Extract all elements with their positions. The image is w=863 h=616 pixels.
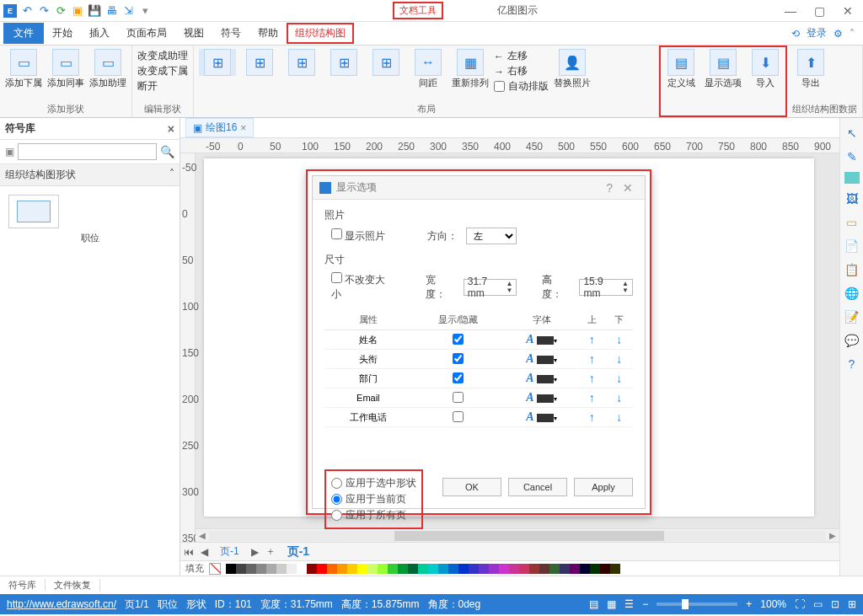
page-tab-small[interactable]: 页-1	[212, 543, 248, 560]
color-swatch[interactable]	[537, 336, 554, 345]
import-button[interactable]: ⬇导入	[747, 49, 784, 88]
color-swatch[interactable]	[537, 394, 554, 403]
category-label[interactable]: 组织结构图形状	[5, 168, 76, 182]
color-swatch[interactable]	[438, 564, 448, 574]
theme-tool-icon[interactable]	[844, 172, 860, 184]
color-swatch[interactable]	[226, 564, 236, 574]
refresh-icon[interactable]: ⟳	[54, 4, 67, 18]
grid-view-icon[interactable]: ⊞	[848, 598, 856, 610]
search-icon[interactable]: 🔍	[160, 145, 174, 158]
file-tab[interactable]: 文件	[3, 23, 44, 44]
spacing-button[interactable]: ↔间距	[410, 49, 447, 88]
color-swatch[interactable]	[479, 564, 489, 574]
qat-dropdown-icon[interactable]: ▾	[138, 4, 152, 18]
tab-org-chart[interactable]: 组织结构图	[287, 23, 354, 44]
share-icon[interactable]: ⟲	[791, 28, 800, 40]
color-swatch[interactable]	[580, 564, 590, 574]
tab-view[interactable]: 视图	[175, 26, 212, 40]
fit-width-icon[interactable]: ▭	[813, 598, 823, 610]
prev-page-icon[interactable]: ◀	[197, 546, 212, 558]
zoom-in-icon[interactable]: +	[746, 598, 752, 610]
color-swatch[interactable]	[537, 375, 554, 383]
color-swatch[interactable]	[236, 564, 246, 574]
color-swatch[interactable]	[317, 564, 327, 574]
color-swatch[interactable]	[398, 564, 408, 574]
add-page-icon[interactable]: ＋	[262, 544, 279, 559]
color-swatch[interactable]	[307, 564, 317, 574]
view-mode-2-icon[interactable]: ▦	[607, 598, 616, 610]
font-icon[interactable]: A	[526, 372, 533, 384]
add-assistant-button[interactable]: ▭添加助理	[89, 49, 126, 88]
minimize-icon[interactable]: —	[779, 4, 802, 18]
color-swatch[interactable]	[266, 564, 276, 574]
color-swatch[interactable]	[367, 564, 378, 574]
color-swatch[interactable]	[246, 564, 256, 574]
change-to-assistant-button[interactable]: 改变成助理	[137, 49, 188, 63]
move-up-icon[interactable]: ↑	[589, 372, 595, 385]
show-hide-checkbox[interactable]	[453, 372, 464, 383]
close-window-icon[interactable]: ✕	[836, 4, 860, 18]
apply-button[interactable]: Apply	[574, 478, 633, 496]
move-down-icon[interactable]: ↓	[616, 333, 622, 346]
color-swatch[interactable]	[570, 564, 580, 574]
undo-icon[interactable]: ↶	[20, 4, 34, 18]
move-up-icon[interactable]: ↑	[589, 410, 595, 424]
font-icon[interactable]: A	[526, 352, 533, 365]
define-fields-button[interactable]: ▤定义域	[662, 49, 700, 88]
print-icon[interactable]: 🖶	[105, 4, 118, 18]
apply-selected-radio[interactable]: 应用于选中形状	[331, 476, 416, 490]
move-up-icon[interactable]: ↑	[589, 333, 595, 346]
close-doc-icon[interactable]: ×	[240, 122, 246, 134]
color-swatch[interactable]	[499, 564, 509, 574]
page-tool-icon[interactable]: 📄	[844, 238, 860, 254]
fullscreen-icon[interactable]: ⊡	[831, 598, 839, 610]
zoom-out-icon[interactable]: −	[642, 598, 648, 610]
cancel-button[interactable]: Cancel	[508, 478, 567, 496]
library-icon[interactable]: ▣	[5, 146, 14, 158]
color-swatch[interactable]	[388, 564, 398, 574]
doc-tools-tab[interactable]: 文档工具	[393, 2, 443, 19]
color-swatch[interactable]	[428, 564, 438, 574]
color-swatch[interactable]	[610, 564, 620, 574]
show-hide-checkbox[interactable]	[453, 392, 464, 403]
scroll-left-icon[interactable]: ◀	[196, 531, 209, 540]
help-tool-icon[interactable]: ?	[844, 356, 860, 372]
shape-thumbnail[interactable]	[8, 195, 59, 228]
direction-select[interactable]: 左	[466, 228, 517, 244]
close-panel-icon[interactable]: ×	[168, 122, 174, 136]
pencil-tool-icon[interactable]: ✎	[844, 148, 860, 165]
auto-layout-checkbox[interactable]: 自动排版	[494, 79, 549, 94]
rearrange-button[interactable]: ▦重新排列	[452, 49, 489, 88]
move-right-button[interactable]: → 右移	[494, 64, 549, 78]
pointer-tool-icon[interactable]: ↖	[844, 125, 860, 142]
color-swatch[interactable]	[469, 564, 479, 574]
ok-button[interactable]: OK	[442, 478, 501, 496]
first-page-icon[interactable]: ⏮	[180, 546, 197, 558]
color-swatch[interactable]	[448, 564, 458, 574]
height-input[interactable]: 15.9 mm▲▼	[579, 279, 633, 296]
color-swatch[interactable]	[537, 356, 554, 364]
move-left-button[interactable]: ← 左移	[494, 49, 549, 63]
color-swatch[interactable]	[378, 564, 388, 574]
layout-preset-4[interactable]: ⊞	[325, 49, 362, 76]
layout-preset-3[interactable]: ⊞	[283, 49, 320, 76]
comment-tool-icon[interactable]: 💬	[844, 332, 860, 349]
layout-preset-5[interactable]: ⊞	[367, 49, 405, 76]
export-button[interactable]: ⬆导出	[792, 49, 829, 88]
view-mode-3-icon[interactable]: ☰	[624, 598, 634, 610]
save-cloud-icon[interactable]: ▣	[71, 4, 84, 18]
redo-icon[interactable]: ↷	[37, 4, 51, 18]
change-to-subordinate-button[interactable]: 改变成下属	[137, 64, 188, 78]
tab-start[interactable]: 开始	[44, 26, 81, 40]
collapse-icon[interactable]: ˄	[169, 168, 174, 182]
layout-preset-2[interactable]: ⊞	[241, 49, 278, 76]
add-subordinate-button[interactable]: ▭添加下属	[5, 49, 42, 88]
login-link[interactable]: 登录	[807, 26, 827, 40]
color-swatch[interactable]	[529, 564, 539, 574]
color-swatch[interactable]	[539, 564, 549, 574]
apply-current-page-radio[interactable]: 应用于当前页	[331, 492, 416, 506]
tab-page-layout[interactable]: 页面布局	[118, 26, 175, 40]
tab-symbol[interactable]: 符号	[212, 26, 249, 40]
search-input[interactable]	[18, 143, 157, 160]
status-url[interactable]: http://www.edrawsoft.cn/	[7, 598, 116, 610]
